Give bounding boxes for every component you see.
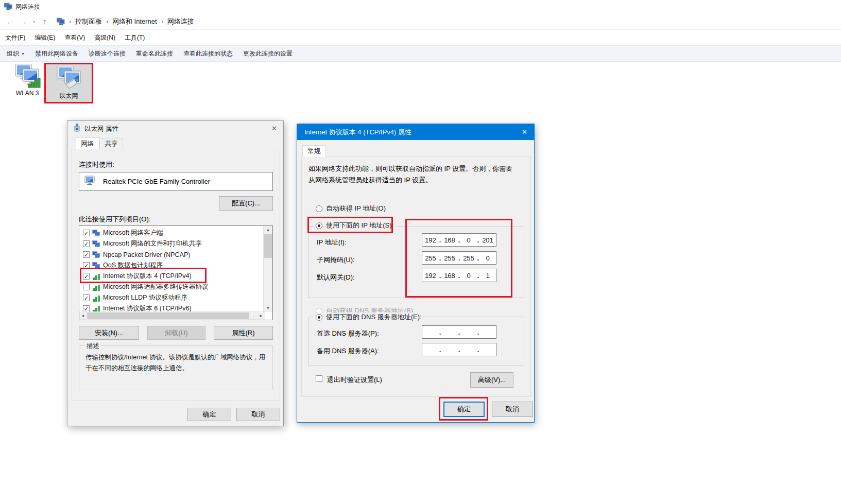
connection-tile-ethernet[interactable]: 以太网 — [44, 63, 93, 103]
lldp-protocol-icon — [92, 294, 100, 302]
checkbox[interactable] — [83, 284, 90, 290]
list-item-label: Microsoft LLDP 协议驱动程序 — [103, 293, 187, 302]
preferred-dns-input[interactable]: . . . — [422, 325, 496, 339]
close-icon[interactable]: ✕ — [271, 125, 277, 132]
octet: 192 — [422, 272, 439, 280]
menu-edit[interactable]: 编辑(E) — [35, 33, 55, 42]
command-toolbar: 组织 ▼ 禁用此网络设备 诊断这个连接 重命名此连接 查看此连接的状态 更改此连… — [0, 45, 841, 62]
list-item-label: Npcap Packet Driver (NPCAP) — [103, 251, 191, 258]
list-item[interactable]: ✓Microsoft LLDP 协议驱动程序 — [81, 292, 258, 303]
radio-icon[interactable] — [316, 205, 322, 212]
view-status-button[interactable]: 查看此连接的状态 — [183, 49, 233, 58]
forward-icon[interactable]: → — [16, 17, 30, 26]
radio-manual-dns[interactable]: 使用下面的 DNS 服务器地址(E): — [316, 312, 423, 322]
ethernet-plug-icon — [74, 124, 80, 134]
menu-tools[interactable]: 工具(T) — [125, 33, 145, 42]
diagnose-connection-button[interactable]: 诊断这个连接 — [89, 49, 126, 58]
scrollbar-thumb[interactable] — [87, 312, 249, 319]
checkbox[interactable]: ✓ — [83, 273, 90, 280]
description-caption: 描述 — [84, 342, 101, 351]
default-gateway-input[interactable]: 192. 168. 0. 1 — [422, 269, 496, 282]
breadcrumb-network-connections[interactable]: 网络连接 — [164, 17, 197, 26]
list-item[interactable]: ✓Microsoft 网络客户端 — [81, 228, 258, 238]
network-adapter-icon — [84, 176, 96, 187]
ipv4-properties-dialog: Internet 协议版本 4 (TCP/IPv4) 属性 ✕ 常规 如果网络支… — [297, 124, 535, 423]
list-item[interactable]: ✓Microsoft 网络的文件和打印机共享 — [81, 238, 258, 249]
properties-button[interactable]: 属性(R) — [214, 326, 273, 340]
octet: 168 — [441, 236, 458, 244]
list-item[interactable]: Microsoft 网络适配器多路传送器协议 — [81, 282, 258, 292]
radio-auto-ip[interactable]: 自动获得 IP 地址(O) — [316, 204, 387, 213]
menu-advanced[interactable]: 高级(N) — [94, 33, 115, 42]
adapter-field: Realtek PCIe GbE Family Controller — [79, 172, 273, 191]
radio-icon[interactable] — [316, 222, 322, 229]
octet: 255 — [441, 254, 458, 262]
checkbox[interactable]: ✓ — [83, 251, 90, 258]
disable-device-button[interactable]: 禁用此网络设备 — [35, 49, 78, 58]
close-icon[interactable]: ✕ — [522, 128, 527, 136]
radio-label: 使用下面的 DNS 服务器地址(E): — [326, 312, 423, 322]
network-client-icon — [92, 230, 100, 237]
configure-button[interactable]: 配置(C)... — [219, 196, 273, 211]
octet: 0 — [460, 272, 477, 280]
checkbox[interactable]: ✓ — [83, 262, 90, 269]
ok-button[interactable]: 确定 — [443, 402, 485, 417]
validate-checkbox[interactable] — [316, 375, 322, 382]
dialog-title: 以太网 属性 — [84, 125, 118, 133]
scrollbar-thumb[interactable] — [264, 234, 272, 258]
tab-general[interactable]: 常规 — [302, 145, 326, 157]
dns-groupbox — [308, 317, 524, 366]
breadcrumb-control-panel[interactable]: 控制面板 — [72, 17, 105, 26]
scroll-up-icon[interactable]: ▲ — [264, 228, 272, 232]
menu-file[interactable]: 文件(F) — [5, 33, 25, 42]
ip-address-input[interactable]: 192. 168. 0. 201 — [422, 233, 496, 247]
scroll-down-icon[interactable]: ▼ — [264, 306, 272, 310]
radio-label: 使用下面的 IP 地址(S): — [326, 221, 395, 230]
packet-driver-icon — [92, 251, 100, 258]
connection-tile-wlan3[interactable]: WLAN 3 — [12, 64, 42, 104]
install-button[interactable]: 安装(N)... — [79, 326, 139, 340]
octet: 168 — [441, 272, 458, 280]
breadcrumb-separator-icon: › — [160, 18, 164, 25]
app-icon — [4, 3, 12, 11]
alternate-dns-label: 备用 DNS 服务器(A): — [317, 346, 379, 356]
cancel-button[interactable]: 取消 — [236, 408, 280, 421]
rename-connection-button[interactable]: 重命名此连接 — [136, 49, 173, 58]
organize-button[interactable]: 组织 ▼ — [7, 49, 25, 58]
tab-network[interactable]: 网络 — [76, 137, 99, 149]
navigation-bar: ← → ∨ ↑ › 控制面板 › 网络和 Internet › 网络连接 — [0, 13, 841, 30]
cancel-button[interactable]: 取消 — [492, 402, 533, 417]
checkbox[interactable]: ✓ — [83, 294, 90, 301]
qos-scheduler-icon — [92, 262, 100, 269]
menu-view[interactable]: 查看(V) — [64, 33, 85, 42]
vertical-scrollbar[interactable]: ▲ ▼ — [263, 226, 272, 312]
list-item-label: Microsoft 网络适配器多路传送器协议 — [103, 283, 208, 291]
subnet-mask-input[interactable]: 255. 255. 255. 0 — [422, 251, 496, 265]
list-item[interactable]: ✓QoS 数据包计划程序 — [81, 260, 258, 271]
scroll-right-icon[interactable]: ► — [259, 314, 263, 318]
breadcrumb-network-and-internet[interactable]: 网络和 Internet — [109, 17, 160, 26]
window-title: 网络连接 — [15, 3, 40, 11]
change-settings-button[interactable]: 更改此连接的设置 — [243, 49, 293, 58]
ok-button[interactable]: 确定 — [187, 408, 231, 421]
dialog-titlebar: Internet 协议版本 4 (TCP/IPv4) 属性 ✕ — [297, 124, 534, 140]
menu-bar: 文件(F) 编辑(E) 查看(V) 高级(N) 工具(T) — [0, 30, 841, 45]
back-icon[interactable]: ← — [3, 17, 16, 26]
preferred-dns-label: 首选 DNS 服务器(P): — [317, 329, 379, 338]
list-item-label: Microsoft 网络的文件和打印机共享 — [103, 239, 202, 248]
list-item-tcpipv4[interactable]: ✓Internet 协议版本 4 (TCP/IPv4) — [81, 271, 258, 282]
checkbox[interactable]: ✓ — [83, 230, 90, 236]
tab-sharing[interactable]: 共享 — [99, 138, 123, 149]
radio-icon[interactable] — [316, 314, 322, 321]
up-icon[interactable]: ↑ — [38, 17, 52, 26]
advanced-button[interactable]: 高级(V)... — [470, 372, 513, 388]
alternate-dns-input[interactable]: . . . — [422, 343, 496, 356]
radio-manual-ip[interactable]: 使用下面的 IP 地址(S): — [316, 221, 395, 230]
horizontal-scrollbar[interactable]: ◄ ► — [79, 311, 265, 320]
list-item[interactable]: ✓Npcap Packet Driver (NPCAP) — [81, 249, 258, 260]
octet: 255 — [460, 254, 477, 262]
history-dropdown-icon[interactable]: ∨ — [30, 19, 38, 24]
checkbox[interactable]: ✓ — [83, 240, 90, 247]
organize-label: 组织 — [7, 49, 19, 58]
scroll-left-icon[interactable]: ◄ — [81, 314, 85, 318]
